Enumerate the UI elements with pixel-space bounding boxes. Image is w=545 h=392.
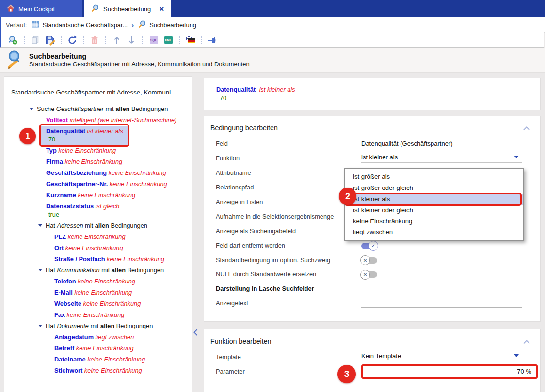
collapse-chevron-icon[interactable] [523, 125, 530, 132]
delete-button[interactable] [88, 34, 101, 46]
toggle-switch-off[interactable]: ✕ [361, 257, 377, 264]
dropdown-item[interactable]: liegt zwischen [345, 227, 523, 238]
form-row: Funktionist kleiner als [204, 151, 540, 166]
annotation-circle-2: 2 [339, 188, 356, 205]
condition-value: 70 [46, 135, 123, 143]
cross-icon: ✕ [360, 255, 370, 265]
field-value: Datenqualität (Geschäftspartner) [361, 140, 522, 147]
sql-view-button[interactable]: SQL [147, 34, 160, 46]
summary-field: Datenqualität [216, 86, 256, 93]
tree-item[interactable]: Typ keine Einschränkung [4, 146, 192, 155]
toggle-switch-on[interactable]: ✓ [361, 243, 377, 249]
dropdown-item[interactable]: ist kleiner oder gleich [345, 205, 523, 216]
tree-item[interactable]: Stichwort keine Einschränkung [4, 366, 192, 375]
condition-value: true [46, 210, 119, 219]
field-label: Standardbedingung im option. Suchzweig [216, 256, 361, 264]
section-header: Funktion bearbeiten [204, 329, 540, 345]
tree-expand-arrow-icon[interactable] [30, 108, 33, 110]
selected-condition-summary[interactable]: Datenqualität ist kleiner als 70 [204, 78, 541, 110]
dropdown-caret-icon[interactable] [514, 354, 519, 357]
tree-item[interactable]: Geschäftspartner-Nr. keine Einschränkung [4, 180, 192, 188]
field-label: Feld [216, 140, 361, 147]
dropdown-item[interactable]: ist größer oder gleich [345, 183, 523, 194]
select-value: ist kleiner als [361, 154, 398, 161]
language-button[interactable] [184, 34, 197, 46]
copy-button[interactable] [29, 34, 42, 46]
form-row: NULL durch Standardwerte ersetzen✕ [204, 267, 540, 282]
tree-item[interactable]: Hat Dokumente mit allen Bedingungen [4, 322, 192, 330]
tree-item[interactable]: Ort keine Einschränkung [4, 244, 192, 252]
move-down-button[interactable] [125, 34, 138, 46]
annotation-rect-2 [344, 193, 522, 206]
tree-item[interactable]: PLZ keine Einschränkung [4, 233, 192, 241]
form-row: Parameter70 % [204, 364, 540, 379]
pin-button[interactable] [207, 34, 219, 46]
form-row: Standardbedingung im option. Suchzweig✕ [204, 252, 540, 267]
refresh-button[interactable] [66, 34, 79, 46]
breadcrumb-item-search-def[interactable]: Standardsuche Geschäftspar... [32, 20, 128, 30]
tree-expand-arrow-icon[interactable] [38, 325, 42, 327]
tree-item[interactable]: Datensatzstatus ist gleichtrue [4, 202, 192, 219]
tree-item[interactable]: Fax keine Einschränkung [4, 311, 192, 319]
run-search-button[interactable] [7, 34, 19, 46]
tree-item[interactable]: Betreff keine Einschränkung [4, 344, 192, 352]
section-header: Bedingung bearbeiten [204, 116, 540, 132]
field-label: Attributname [216, 169, 361, 176]
dropdown-item[interactable]: ist größer als [345, 172, 523, 183]
function-edit-panel: Funktion bearbeiten TemplateKein Templat… [204, 329, 541, 392]
collapse-chevron-icon[interactable] [523, 338, 530, 345]
tree-item[interactable]: Webseite keine Einschränkung [4, 299, 192, 308]
tree-expand-arrow-icon[interactable] [38, 224, 42, 227]
annotation-circle-1: 1 [19, 128, 36, 144]
field-label: Anzeige als Sucheingabefeld [216, 227, 361, 235]
tree-item[interactable]: Firma keine Einschränkung [4, 157, 192, 166]
sql-icon: SQL [150, 36, 158, 44]
tree-item[interactable]: Kurzname keine Einschränkung [4, 191, 192, 199]
form-row: TemplateKein Template [204, 350, 540, 364]
tree-item[interactable]: Anlagedatum liegt zwischen [4, 333, 192, 341]
field-label: Feld darf entfernt werden [216, 242, 361, 249]
breadcrumb-item-suchbearbeitung[interactable]: Suchbearbeitung [138, 20, 196, 30]
grid-icon [32, 20, 39, 30]
tree-item[interactable]: Geschäftsbeziehung keine Einschränkung [4, 169, 192, 177]
tree-item[interactable]: Suche Geschäftspartner mit allen Bedingu… [4, 105, 192, 113]
page-title: Suchbearbeitung [29, 52, 250, 61]
toolbar-separator [24, 36, 25, 44]
dropdown-item[interactable]: ist kleiner als [345, 194, 523, 205]
tree-item[interactable]: Hat Adressen mit allen Bedingungen [4, 221, 192, 230]
search-tree-panel: Standardsuche Geschäftspartner mit Adres… [4, 76, 192, 392]
select-field[interactable]: Kein Template [361, 352, 522, 361]
toolbar-separator [61, 36, 62, 44]
tree-item[interactable]: Volltext intelligent (wie Internet-Suchm… [4, 116, 192, 124]
tree-item[interactable]: Dateiname keine Einschränkung [4, 355, 192, 363]
form-row: FeldDatenqualität (Geschäftspartner) [204, 137, 540, 151]
summary-value: 70 [204, 93, 540, 102]
tab-label: Mein Cockpit [18, 5, 55, 13]
xml-view-button[interactable]: XML [162, 34, 175, 46]
condition-tree: Suche Geschäftspartner mit allen Bedingu… [4, 105, 192, 375]
toggle-switch-off[interactable]: ✕ [361, 271, 377, 278]
save-button[interactable] [44, 34, 56, 46]
tree-item[interactable]: Hat Kommunikation mit allen Bedingungen [4, 266, 192, 274]
search-icon [138, 20, 146, 30]
panel-collapse-handle[interactable] [193, 329, 199, 337]
toolbar-separator [179, 36, 180, 44]
cross-icon: ✕ [360, 270, 370, 280]
select-field[interactable]: ist kleiner als [361, 154, 522, 163]
toolbar-separator [105, 36, 106, 44]
dropdown-item[interactable]: keine Einschränkung [345, 216, 523, 227]
move-up-button[interactable] [111, 34, 123, 46]
text-input[interactable] [361, 298, 522, 308]
tab-close-icon[interactable]: ✕ [159, 5, 164, 13]
tree-item[interactable]: Telefon keine Einschränkung [4, 277, 192, 285]
tree-item[interactable]: E-Mail keine Einschränkung [4, 288, 192, 297]
dropdown-caret-icon[interactable] [514, 156, 519, 158]
tree-item[interactable]: Straße / Postfach keine Einschränkung [4, 255, 192, 263]
tree-expand-arrow-icon[interactable] [38, 269, 42, 271]
tab-suchbearbeitung[interactable]: Suchbearbeitung ✕ [84, 0, 171, 17]
parameter-input[interactable]: 70 % [361, 364, 538, 379]
field-label: Template [216, 353, 361, 361]
function-dropdown-list: ist größer alsist größer oder gleichist … [344, 168, 524, 241]
tab-bar: Mein Cockpit Suchbearbeitung ✕ [0, 0, 545, 17]
tab-mein-cockpit[interactable]: Mein Cockpit [0, 0, 82, 17]
